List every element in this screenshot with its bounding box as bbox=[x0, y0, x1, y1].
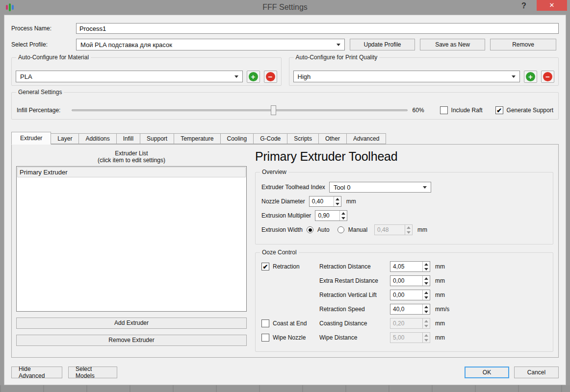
extrusion-multiplier-input[interactable]: 0,90 bbox=[315, 210, 347, 221]
spin-up-icon[interactable] bbox=[340, 211, 347, 216]
add-material-button[interactable]: + bbox=[247, 71, 260, 83]
spin-down-icon[interactable] bbox=[423, 267, 430, 271]
extra-restart-distance-label: Extra Restart Distance bbox=[319, 274, 390, 288]
wipe-nozzle-checkbox[interactable] bbox=[261, 334, 269, 342]
coast-at-end-label: Coast at End bbox=[273, 320, 307, 327]
coasting-distance-input[interactable]: 0,20 bbox=[390, 318, 430, 329]
spin-up-icon[interactable] bbox=[405, 225, 412, 230]
process-name-label: Process Name: bbox=[11, 25, 76, 32]
profile-dropdown[interactable]: Мой PLA подставка для красок bbox=[76, 39, 345, 50]
spin-down-icon[interactable] bbox=[423, 323, 430, 328]
remove-profile-button[interactable]: Remove bbox=[490, 39, 556, 50]
retraction-speed-value: 40,0 bbox=[390, 304, 422, 314]
save-as-new-button[interactable]: Save as New bbox=[420, 39, 485, 50]
help-button[interactable]: ? bbox=[518, 0, 530, 11]
tab-infill[interactable]: Infill bbox=[117, 133, 140, 144]
infill-slider-handle[interactable] bbox=[271, 105, 276, 115]
retraction-vertical-lift-unit: mm bbox=[435, 288, 547, 302]
toolhead-index-dropdown[interactable]: Tool 0 bbox=[329, 182, 431, 193]
extra-restart-distance-input[interactable]: 0,00 bbox=[390, 275, 430, 286]
overview-group-title: Overview bbox=[260, 169, 288, 175]
retraction-speed-label: Retraction Speed bbox=[319, 302, 390, 317]
tab-layer[interactable]: Layer bbox=[51, 133, 79, 144]
remove-extruder-button[interactable]: Remove Extruder bbox=[16, 335, 247, 346]
extrusion-width-auto-radio[interactable] bbox=[307, 226, 313, 233]
generate-support-checkbox[interactable]: ✔ bbox=[495, 106, 503, 114]
retraction-vertical-lift-label: Retraction Vertical Lift bbox=[319, 288, 390, 302]
spin-down-icon[interactable] bbox=[340, 216, 347, 220]
extruder-listbox[interactable]: Primary Extruder bbox=[16, 166, 247, 312]
chevron-down-icon bbox=[337, 44, 340, 46]
add-extruder-button[interactable]: Add Extruder bbox=[16, 318, 247, 329]
extrusion-multiplier-label: Extrusion Multiplier bbox=[261, 212, 311, 219]
general-settings-title: General Settings bbox=[16, 89, 64, 96]
dialog-body: Process Name: Select Profile: Мой PLA по… bbox=[4, 15, 566, 385]
retraction-distance-unit: mm bbox=[435, 260, 547, 274]
material-dropdown-value: PLA bbox=[20, 73, 232, 80]
coast-at-end-group: Coast at End bbox=[261, 317, 319, 331]
spin-up-icon[interactable] bbox=[423, 333, 430, 338]
retraction-speed-input[interactable]: 40,0 bbox=[390, 304, 430, 315]
spin-down-icon[interactable] bbox=[423, 309, 430, 314]
extrusion-width-auto-label: Auto bbox=[317, 226, 330, 233]
wipe-distance-input[interactable]: 5,00 bbox=[390, 332, 430, 343]
tab-scripts[interactable]: Scripts bbox=[287, 133, 319, 144]
retraction-distance-input[interactable]: 4,05 bbox=[390, 261, 430, 272]
tab-gcode[interactable]: G-Code bbox=[254, 133, 287, 144]
retraction-vertical-lift-input[interactable]: 0,00 bbox=[390, 290, 430, 300]
remove-material-button[interactable]: − bbox=[264, 71, 277, 83]
select-profile-row: Select Profile: Мой PLA подставка для кр… bbox=[11, 39, 559, 50]
retraction-label: Retraction bbox=[273, 263, 300, 270]
coasting-distance-label: Coasting Distance bbox=[319, 317, 390, 331]
retraction-checkbox[interactable]: ✔ bbox=[261, 263, 269, 270]
extruder-list-title: Extruder List bbox=[16, 150, 247, 157]
hide-advanced-button[interactable]: Hide Advanced bbox=[11, 367, 62, 378]
add-quality-button[interactable]: + bbox=[524, 71, 537, 83]
process-name-input[interactable] bbox=[76, 23, 559, 34]
tab-extruder[interactable]: Extruder bbox=[11, 132, 51, 145]
generate-support-group: ✔ Generate Support bbox=[495, 106, 553, 114]
coast-at-end-checkbox[interactable] bbox=[261, 319, 269, 327]
spin-down-icon[interactable] bbox=[423, 338, 430, 343]
material-dropdown[interactable]: PLA bbox=[16, 71, 243, 82]
profile-dropdown-value: Мой PLA подставка для красок bbox=[80, 41, 334, 49]
update-profile-button[interactable]: Update Profile bbox=[350, 39, 415, 50]
tab-additions[interactable]: Additions bbox=[79, 133, 116, 144]
spin-down-icon[interactable] bbox=[423, 295, 430, 300]
spin-up-icon[interactable] bbox=[423, 318, 430, 323]
ok-button[interactable]: OK bbox=[465, 367, 509, 378]
spin-down-icon[interactable] bbox=[405, 230, 412, 235]
tab-cooling[interactable]: Cooling bbox=[221, 133, 254, 144]
tab-advanced[interactable]: Advanced bbox=[347, 133, 386, 144]
quality-dropdown[interactable]: High bbox=[293, 71, 520, 82]
extrusion-width-manual-radio[interactable] bbox=[337, 226, 344, 233]
include-raft-label: Include Raft bbox=[451, 107, 483, 114]
spin-down-icon[interactable] bbox=[334, 201, 341, 206]
infill-slider-track bbox=[72, 109, 408, 111]
spin-up-icon[interactable] bbox=[423, 290, 430, 295]
nozzle-diameter-input[interactable]: 0,40 bbox=[309, 196, 341, 207]
select-models-button[interactable]: Select Models bbox=[68, 367, 117, 378]
extrusion-multiplier-value: 0,90 bbox=[315, 211, 339, 220]
tab-temperature[interactable]: Temperature bbox=[174, 133, 220, 144]
spin-up-icon[interactable] bbox=[334, 196, 341, 201]
retraction-distance-label: Retraction Distance bbox=[319, 260, 390, 274]
manual-extrusion-width-input[interactable]: 0,48 bbox=[374, 224, 413, 235]
spin-up-icon[interactable] bbox=[423, 304, 430, 309]
spin-down-icon[interactable] bbox=[423, 281, 430, 286]
toolhead-heading: Primary Extruder Toolhead bbox=[255, 149, 553, 164]
spin-up-icon[interactable] bbox=[423, 276, 430, 281]
tab-other[interactable]: Other bbox=[319, 133, 347, 144]
cancel-button[interactable]: Cancel bbox=[514, 367, 559, 378]
include-raft-checkbox[interactable] bbox=[440, 106, 448, 114]
remove-quality-button[interactable]: − bbox=[541, 71, 554, 83]
infill-slider[interactable] bbox=[72, 105, 408, 115]
settings-tabbar: Extruder Layer Additions Infill Support … bbox=[11, 132, 559, 144]
tab-support[interactable]: Support bbox=[140, 133, 174, 144]
close-button[interactable]: ✕ bbox=[537, 0, 567, 11]
add-icon: + bbox=[249, 72, 258, 81]
quality-group-title: Auto-Configure for Print Quality bbox=[294, 54, 380, 61]
extruder-tab-panel: Extruder List (click item to edit settin… bbox=[11, 144, 559, 358]
spin-up-icon[interactable] bbox=[423, 262, 430, 267]
list-item[interactable]: Primary Extruder bbox=[17, 167, 246, 177]
